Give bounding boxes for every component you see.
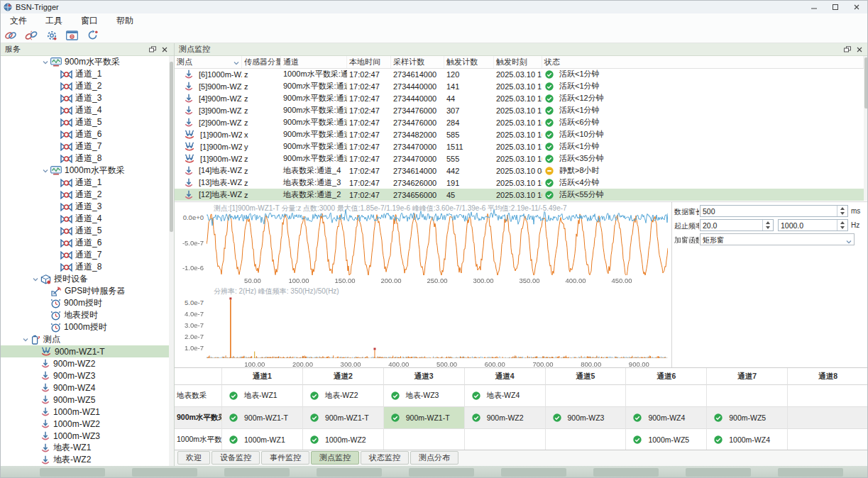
grid-cell[interactable]: 900m-WZ3 xyxy=(546,407,627,429)
grid-cell[interactable] xyxy=(384,429,465,450)
table-row[interactable]: [13]地表-WZ3z地表数采:通道_317:02:47273462600019… xyxy=(175,177,864,189)
table-row[interactable]: [1]900m-WZ1-Tx900m水平数采:通道_117:02:4727344… xyxy=(175,128,864,140)
grid-cell[interactable]: 900m-WZ1-T xyxy=(384,407,465,429)
freq-end-field[interactable] xyxy=(778,219,848,231)
tab-3[interactable]: 测点监控 xyxy=(311,451,359,465)
tree-item[interactable]: 900m水平数采 xyxy=(1,56,169,68)
taskbar-segment[interactable] xyxy=(409,468,474,477)
grid-cell[interactable] xyxy=(788,429,868,450)
taskbar-segment[interactable] xyxy=(317,468,382,477)
grid-cell[interactable] xyxy=(788,407,868,429)
tree-item[interactable]: 1000m-WZ2 xyxy=(1,418,169,430)
menu-item-0[interactable]: 文件 xyxy=(1,13,36,28)
grid-cell[interactable]: 900m-WZ2 xyxy=(465,407,546,429)
tree-item[interactable]: 1000m-WZ3 xyxy=(1,430,169,442)
taskbar-segment[interactable] xyxy=(224,468,290,477)
tab-0[interactable]: 欢迎 xyxy=(177,451,210,465)
tree-item[interactable]: 地表-WZ1 xyxy=(1,442,169,454)
grid-cell[interactable]: 900m-WZ1-T xyxy=(222,407,303,429)
spin-down-icon[interactable] xyxy=(766,226,770,229)
grid-cell[interactable]: 地表-WZ1 xyxy=(222,385,303,407)
freq-start-input[interactable] xyxy=(701,220,764,230)
freq-end-input[interactable] xyxy=(779,220,838,230)
monitor-panel-float-button[interactable] xyxy=(842,45,852,55)
tree-item[interactable]: 地表授时 xyxy=(1,309,169,321)
grid-cell[interactable] xyxy=(465,429,546,450)
tree-item[interactable]: 通道_1 xyxy=(1,177,169,189)
spin-down-icon[interactable] xyxy=(840,212,845,215)
table-scrollbar[interactable] xyxy=(864,56,868,201)
grid-cell[interactable] xyxy=(788,385,868,407)
window-func-select[interactable]: 矩形窗 xyxy=(700,233,855,245)
spin-up-icon[interactable] xyxy=(840,207,845,210)
grid-cell[interactable] xyxy=(626,385,707,407)
grid-cell[interactable] xyxy=(546,429,627,450)
tree-item[interactable]: 900m授时 xyxy=(1,297,169,309)
tree-item[interactable]: 授时设备 xyxy=(1,273,169,285)
table-row[interactable]: [5]900m-WZ5z900m水平数采:通道_717:02:472734440… xyxy=(175,80,864,92)
table-row[interactable]: [14]地表-WZ4z地表数采:通道_417:02:47273461400044… xyxy=(175,165,864,177)
monitor-window-button[interactable] xyxy=(66,29,80,42)
tree-item[interactable]: 通道_5 xyxy=(1,225,169,237)
grid-cell[interactable]: 1000m-WZ5 xyxy=(626,429,707,450)
taskbar-segment[interactable] xyxy=(686,468,751,477)
freq-start-spinner[interactable] xyxy=(762,220,773,230)
grid-cell[interactable]: 地表-WZ2 xyxy=(303,385,384,407)
taskbar-segment[interactable] xyxy=(40,468,105,477)
minimize-button[interactable] xyxy=(803,1,825,13)
grid-cell[interactable]: 900m-WZ1-T xyxy=(303,407,384,429)
grid-cell[interactable]: 1000m-WZ1 xyxy=(222,429,303,450)
tree-item[interactable]: 通道_6 xyxy=(1,128,169,140)
table-scrollbar-thumb[interactable] xyxy=(864,57,868,109)
taskbar-segment[interactable] xyxy=(593,468,659,477)
grid-cell[interactable]: 900m-WZ4 xyxy=(626,407,707,429)
tree-item[interactable]: 通道_7 xyxy=(1,140,169,152)
maximize-button[interactable] xyxy=(825,1,846,13)
tree-item[interactable]: 通道_8 xyxy=(1,261,169,273)
column-header-4[interactable]: 采样计数 xyxy=(391,56,444,68)
service-panel-close-button[interactable] xyxy=(160,45,170,55)
table-row[interactable]: [12]地表-WZ2z地表数采:通道_217:02:47273465600045… xyxy=(175,189,864,201)
column-header-2[interactable]: 通道 xyxy=(281,56,347,68)
column-header-1[interactable]: 传感器分量 xyxy=(242,56,281,68)
column-header-5[interactable]: 触发计数 xyxy=(444,56,494,68)
grid-cell[interactable]: 地表-WZ4 xyxy=(465,385,546,407)
taskbar-segment[interactable] xyxy=(778,468,843,477)
spin-up-icon[interactable] xyxy=(840,221,845,224)
sort-chevron-icon[interactable] xyxy=(234,58,239,67)
tree-item[interactable]: 通道_3 xyxy=(1,201,169,213)
tree-item[interactable]: 900m-WZ5 xyxy=(1,394,169,406)
grid-cell[interactable] xyxy=(707,385,788,407)
grid-cell[interactable] xyxy=(546,385,627,407)
tree-item[interactable]: 1000m授时 xyxy=(1,321,169,333)
tab-2[interactable]: 事件监控 xyxy=(261,451,309,465)
settings-gear-button[interactable] xyxy=(45,29,60,42)
table-row[interactable]: [6]1000m-WZ1z1000m水平数采:通道_117:02:4727346… xyxy=(175,68,864,80)
grid-cell[interactable]: 地表-WZ3 xyxy=(384,385,465,407)
tree-item[interactable]: 1000m-WZ1 xyxy=(1,406,169,418)
taskbar-segment[interactable] xyxy=(132,468,197,477)
service-panel-float-button[interactable] xyxy=(148,45,158,55)
tree-item[interactable]: 通道_2 xyxy=(1,189,169,201)
freq-start-field[interactable] xyxy=(700,219,774,231)
tree-item[interactable]: 地表-WZ2 xyxy=(1,454,169,466)
tab-1[interactable]: 设备监控 xyxy=(211,451,260,465)
tree-item[interactable]: 900m-WZ2 xyxy=(1,357,169,369)
tree-item[interactable]: 通道_8 xyxy=(1,152,169,165)
tree-item[interactable]: 1000m水平数采 xyxy=(1,165,169,177)
tree-item[interactable]: 900m-WZ3 xyxy=(1,369,169,382)
sidebar-scrollbar[interactable] xyxy=(169,56,174,466)
taskbar-segment[interactable] xyxy=(501,468,566,477)
tree-item[interactable]: 900m-WZ1-T xyxy=(1,345,169,357)
disconnect-button[interactable] xyxy=(25,29,39,42)
window-length-field[interactable] xyxy=(700,205,848,217)
tree-item[interactable]: 通道_4 xyxy=(1,104,169,116)
sidebar-scrollbar-thumb[interactable] xyxy=(170,62,173,232)
tree-item[interactable]: 测点 xyxy=(1,333,169,345)
tree-item[interactable]: 通道_7 xyxy=(1,249,169,261)
table-row[interactable]: [4]900m-WZ4z900m水平数采:通道_617:02:472734440… xyxy=(175,92,864,104)
column-header-7[interactable]: 状态 xyxy=(542,56,864,68)
tree-item[interactable]: 通道_2 xyxy=(1,80,169,92)
tree-item[interactable]: 通道_1 xyxy=(1,68,169,80)
table-row[interactable]: [1]900m-WZ1-Ty900m水平数采:通道_217:02:4727344… xyxy=(175,140,864,152)
